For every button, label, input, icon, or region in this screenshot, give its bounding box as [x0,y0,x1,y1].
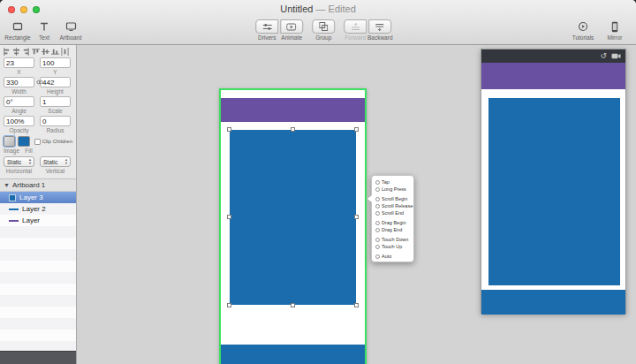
resize-handle-middle-left[interactable] [227,215,231,219]
alignment-toolbar [0,45,76,57]
x-label: X [4,68,34,76]
rectangle-tool-button[interactable]: Rectangle [5,19,30,41]
canvas[interactable]: Tap Long Press Scroll Begin Scroll Relea… [78,45,636,364]
preview-window[interactable]: ↺ [481,49,626,314]
horizontal-constraint-value: Static [7,159,21,165]
resize-handle-top-middle[interactable] [291,127,295,132]
purple-header-layer[interactable] [221,98,365,122]
backward-button[interactable]: Backward [367,19,392,41]
preview-blue-layer [488,98,620,285]
width-field[interactable] [4,77,34,87]
drivers-button[interactable]: Drivers [254,19,279,41]
angle-label: Angle [4,107,34,115]
toolbar-left-group: Rectangle Text Artboard [5,19,83,41]
tutorials-button[interactable]: Tutorials [571,19,595,41]
align-center-horizontal-icon[interactable] [12,48,20,56]
gesture-label: Auto [382,254,391,259]
resize-handle-bottom-left[interactable] [227,303,231,307]
resize-handle-top-right[interactable] [354,127,359,132]
gesture-option-touch-down[interactable]: Touch Down [372,236,413,243]
artboard-tool-button[interactable]: Artboard [58,19,83,41]
gesture-option-scroll-release[interactable]: Scroll Release [372,202,413,209]
radio-icon [375,228,380,232]
radius-field[interactable] [40,116,71,126]
align-top-icon[interactable] [32,48,40,56]
x-field[interactable] [4,57,34,68]
resize-handle-middle-right[interactable] [354,215,359,219]
clip-children-checkbox[interactable] [34,139,41,145]
align-middle-vertical-icon[interactable] [42,48,49,56]
backward-label: Backward [367,34,393,41]
align-left-icon[interactable] [3,48,11,56]
mirror-button[interactable]: Mirror [602,19,627,41]
camera-icon[interactable] [611,53,621,59]
tutorials-icon [578,19,588,34]
forward-button[interactable]: Forward [343,19,367,41]
opacity-field[interactable] [4,116,34,126]
radio-icon [375,245,380,249]
artboard-1[interactable] [219,88,367,364]
group-label: Group [315,34,331,41]
text-tool-button[interactable]: Text [32,19,57,41]
image-swatch-button[interactable] [4,136,15,147]
layer-row-layer-2[interactable]: Layer 2 [0,203,76,215]
gesture-option-scroll-begin[interactable]: Scroll Begin [372,195,413,202]
gesture-option-drag-begin[interactable]: Drag Begin [372,219,413,226]
clip-children-control[interactable]: Clip Children [34,139,72,145]
title-toolbar: Untitled — Edited Rectangle Text [0,0,636,45]
geometry-fields: X Y Width Height [0,57,76,135]
mirror-phone-icon [611,19,618,34]
animate-label: Animate [281,34,302,41]
animate-button[interactable]: Animate [279,19,304,41]
scale-label: Scale [40,107,71,115]
scale-field[interactable] [40,96,71,107]
constraint-controls: Static ▲▼ Horizontal Static ▲▼ Vertical [0,155,76,175]
gesture-label: Drag Begin [382,220,406,225]
horizontal-label: Horizontal [4,167,34,175]
drivers-icon [255,19,278,34]
gesture-option-touch-up[interactable]: Touch Up [372,243,413,250]
vertical-label: Vertical [40,167,71,175]
layer-row-layer-3[interactable]: Layer 3 [0,192,76,203]
gesture-label: Tap [382,179,390,185]
gesture-option-long-press[interactable]: Long Press [372,186,413,193]
fill-labels: Image Fill [0,147,76,155]
gesture-option-tap[interactable]: Tap [372,178,413,186]
resize-handle-bottom-middle[interactable] [291,303,295,307]
vertical-constraint-value: Static [43,159,57,165]
disclosure-triangle-icon[interactable]: ▼ [4,182,10,188]
gesture-option-scroll-end[interactable]: Scroll End [372,209,413,216]
blue-footer-layer[interactable] [221,345,365,364]
undo-icon[interactable]: ↺ [600,52,607,60]
radio-icon [375,197,380,201]
resize-handle-top-left[interactable] [227,127,231,132]
link-dimensions-icon[interactable] [36,79,43,86]
fill-controls: Clip Children [0,135,76,147]
window-title: Untitled — Edited [0,4,636,14]
rectangle-tool-label: Rectangle [4,34,30,41]
selected-blue-layer[interactable] [230,130,356,305]
vertical-constraint-dropdown[interactable]: Static ▲▼ [40,156,71,167]
layer-thumbnail-line-icon [9,220,19,222]
distribute-icon[interactable] [61,48,69,56]
gesture-option-auto[interactable]: Auto [372,253,413,260]
radio-icon [375,221,380,225]
resize-handle-bottom-right[interactable] [354,303,359,307]
align-bottom-icon[interactable] [51,48,59,56]
horizontal-constraint-dropdown[interactable]: Static ▲▼ [4,156,34,167]
angle-field[interactable] [4,96,34,107]
animate-icon [280,19,303,34]
layer-row-layer[interactable]: Layer [0,215,76,226]
height-field[interactable] [40,77,71,87]
y-field[interactable] [40,57,71,68]
gesture-label: Scroll Begin [382,196,407,201]
layer-thumbnail-square-icon [9,194,16,201]
drivers-animate-segment: Drivers Animate [254,19,304,41]
fill-color-swatch-button[interactable] [18,136,29,147]
gesture-group-tap: Tap Long Press [372,178,413,193]
layers-artboard-header[interactable]: ▼ Artboard 1 [0,178,76,191]
rectangle-icon [12,19,23,34]
gesture-option-drag-end[interactable]: Drag End [372,226,413,233]
align-right-icon[interactable] [22,48,30,56]
group-button[interactable]: Group [311,19,336,41]
